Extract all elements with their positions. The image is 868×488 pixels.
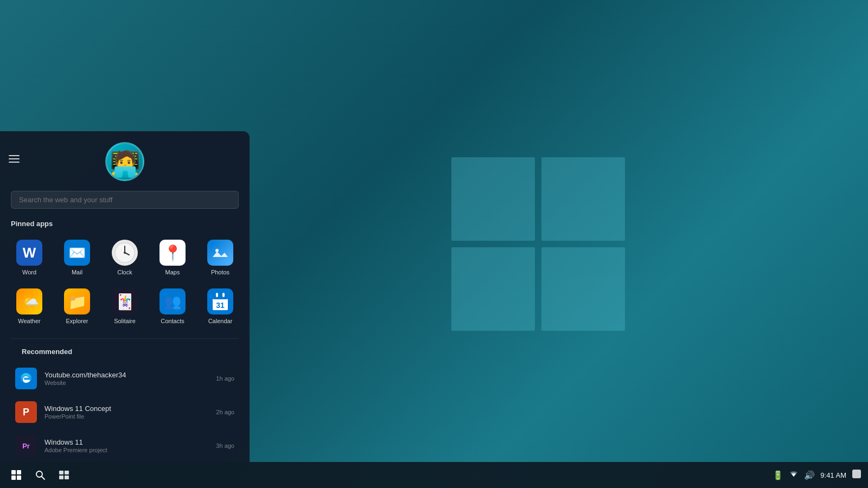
task-view-button[interactable] (54, 465, 74, 485)
start-menu: 🧑‍💻 Pinned apps W Word ✉️ Mail (0, 131, 250, 462)
rec-youtube-info: Youtube.com/thehacker34 Website (44, 371, 208, 386)
rec-win11-title: Windows 11 (44, 438, 208, 446)
avatar-emoji: 🧑‍💻 (110, 151, 141, 176)
calendar-label: Calendar (208, 318, 233, 324)
rec-win11concept-time: 2h ago (216, 409, 234, 415)
rec-win11concept-title: Windows 11 Concept (44, 404, 208, 413)
rec-youtube-subtitle: Website (44, 380, 208, 386)
rec-win11concept-subtitle: PowerPoint file (44, 413, 208, 420)
rec-youtube-time: 1h ago (216, 375, 234, 382)
rec-win11-time: 3h ago (216, 442, 234, 449)
photos-icon (207, 240, 233, 266)
system-tray: 🔋 🔊 9:41 AM (773, 469, 861, 481)
clock-icon (112, 240, 138, 266)
svg-rect-11 (222, 293, 225, 297)
mail-label: Mail (72, 269, 82, 275)
app-photos[interactable]: Photos (197, 234, 243, 281)
pinned-apps-title: Pinned apps (0, 217, 250, 234)
taskbar-right: 🔋 🔊 9:41 AM (773, 469, 861, 481)
recommended-section: Recommended (0, 345, 250, 462)
user-avatar-area: 🧑‍💻 (0, 131, 250, 187)
solitaire-label: Solitaire (114, 318, 136, 324)
svg-line-13 (42, 477, 44, 479)
hamburger-menu[interactable] (9, 155, 20, 163)
clock-label: Clock (117, 269, 132, 275)
avatar[interactable]: 🧑‍💻 (105, 142, 144, 181)
svg-rect-16 (59, 476, 63, 479)
svg-rect-10 (216, 293, 218, 297)
battery-icon: 🔋 (773, 470, 783, 480)
svg-rect-18 (852, 470, 861, 478)
solitaire-icon: 🃏 (112, 288, 138, 314)
explorer-label: Explorer (66, 318, 88, 324)
word-icon: W (16, 240, 42, 266)
app-solitaire[interactable]: 🃏 Solitaire (102, 283, 148, 330)
recommended-list: Youtube.com/thehacker34 Website 1h ago P… (11, 362, 239, 462)
explorer-icon: 📁 (64, 288, 90, 314)
start-button[interactable] (7, 465, 26, 485)
app-explorer[interactable]: 📁 Explorer (54, 283, 100, 330)
svg-rect-4 (209, 242, 231, 264)
contacts-label: Contacts (161, 318, 184, 324)
weather-icon: 🌤️ (16, 288, 42, 314)
premiere-icon: Pr (15, 435, 37, 457)
svg-rect-17 (65, 476, 69, 479)
app-weather[interactable]: 🌤️ Weather (7, 283, 52, 330)
search-bar-container (0, 187, 250, 217)
rec-item-youtube[interactable]: Youtube.com/thehacker34 Website 1h ago (11, 362, 239, 395)
contacts-icon: 👥 (159, 288, 186, 314)
app-word[interactable]: W Word (7, 234, 52, 281)
mail-icon: ✉️ (64, 240, 90, 266)
taskbar: 🔋 🔊 9:41 AM (0, 462, 868, 488)
app-mail[interactable]: ✉️ Mail (54, 234, 100, 281)
pinned-apps-grid: W Word ✉️ Mail (0, 234, 250, 338)
app-maps[interactable]: 📍 Maps (150, 234, 195, 281)
taskbar-left (7, 465, 74, 485)
notification-icon (852, 469, 861, 481)
rec-win11concept-info: Windows 11 Concept PowerPoint file (44, 404, 208, 420)
rec-item-win11concept[interactable]: P Windows 11 Concept PowerPoint file 2h … (11, 396, 239, 428)
taskbar-search-button[interactable] (30, 465, 50, 485)
svg-rect-8 (213, 294, 228, 299)
maps-icon: 📍 (159, 240, 186, 266)
app-calendar[interactable]: 31 Calendar (197, 283, 243, 330)
weather-label: Weather (18, 318, 40, 324)
recommended-title: Recommended (11, 345, 239, 362)
rec-win11-info: Windows 11 Adobe Premiere project (44, 438, 208, 453)
search-input[interactable] (11, 191, 239, 209)
svg-point-12 (36, 471, 42, 477)
word-label: Word (22, 269, 36, 275)
photos-label: Photos (211, 269, 229, 275)
windows-logo (451, 157, 625, 331)
wifi-icon (789, 469, 799, 481)
edge-icon (15, 368, 37, 389)
svg-rect-14 (59, 471, 63, 474)
svg-rect-15 (65, 471, 69, 474)
calendar-icon: 31 (207, 288, 233, 314)
svg-text:31: 31 (216, 301, 225, 310)
volume-icon: 🔊 (804, 470, 815, 480)
taskbar-time[interactable]: 9:41 AM (820, 471, 846, 479)
app-clock[interactable]: Clock (102, 234, 148, 281)
svg-point-3 (124, 252, 126, 254)
maps-label: Maps (165, 269, 180, 275)
rec-item-win11[interactable]: Pr Windows 11 Adobe Premiere project 3h … (11, 429, 239, 462)
app-contacts[interactable]: 👥 Contacts (150, 283, 195, 330)
divider (11, 338, 239, 339)
rec-win11-subtitle: Adobe Premiere project (44, 447, 208, 453)
powerpoint-icon: P (15, 401, 37, 423)
rec-youtube-title: Youtube.com/thehacker34 (44, 371, 208, 379)
